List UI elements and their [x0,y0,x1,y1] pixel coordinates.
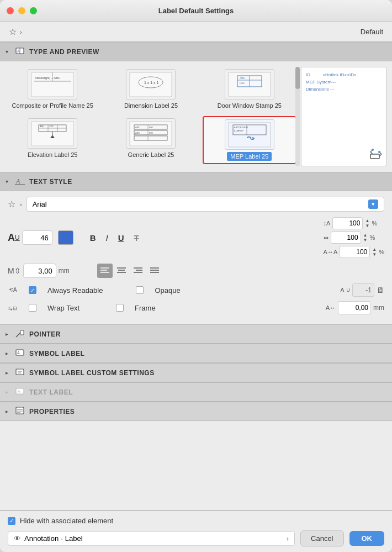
label-item-dimension[interactable]: 1 x 1 x 1 Dimension Label 25 [104,67,198,112]
preview-text: ID <Hotlink ID><ID> MEP System--- Dimens… [306,72,382,93]
label-thumb-composite: Abcdefghij – ABC [28,69,77,99]
pointer-section-icon [15,328,25,340]
align-left-button[interactable] [97,264,113,278]
scale-spacing-row: A↔A 100 ▲▼ % [324,246,384,258]
opaque-label: Opaque [155,286,180,295]
traffic-lights [7,7,37,14]
options-row-1: ⟲A Always Readable Opaque A U -1 🖥 [8,283,384,297]
preview-tool-icon[interactable] [369,146,383,162]
align-center-button[interactable] [114,264,129,278]
symbol-label-custom-chevron-icon: ▸ [6,370,8,376]
font-size-icon: A [8,232,15,244]
label-item-generic[interactable]: ABC 000 ABC 000 Generic Label 25 [104,116,198,164]
font-favorites-icon[interactable]: ☆ [8,199,15,209]
svg-text:ABC: ABC [40,125,44,128]
scale-height-input[interactable]: 100 [331,232,361,244]
annotation-arrow-icon: › [287,535,289,543]
text-style-section-header[interactable]: ▾ A TEXT STYLE [0,172,392,191]
svg-text:ABC: ABC [240,76,246,80]
pointer-title: POINTER [29,330,61,338]
label-preview-panel: ID <Hotlink ID><ID> MEP System--- Dimens… [301,67,386,166]
bold-button[interactable]: B [88,232,98,244]
strikethrough-button[interactable]: T [132,232,141,244]
label-thumb-elevation: ABC XYZ [28,118,77,149]
type-preview-section-icon: A [15,46,25,57]
pointer-section-header[interactable]: ▸ POINTER [0,324,392,344]
svg-text:Abcdefghij – ABC: Abcdefghij – ABC [35,76,61,80]
always-readable-checkbox[interactable] [29,286,36,294]
cancel-button[interactable]: Cancel [300,530,343,546]
baseline-input[interactable]: -1 [352,283,374,297]
svg-text:A: A [18,390,20,393]
font-dropdown-arrow-icon[interactable]: ▾ [368,199,378,209]
scale-height-icon: ⇔ [324,234,329,241]
font-breadcrumb-icon[interactable]: › [20,201,22,208]
label-item-door[interactable]: ABC DEF Door Window Stamp 25 [203,67,296,112]
scale-spacing-pct-label: % [379,249,384,255]
opaque-checkbox[interactable] [136,286,144,294]
svg-point-44 [372,149,374,151]
maximize-button[interactable] [30,7,37,14]
symbol-label-section-header[interactable]: ▸ A SYMBOL LABEL [0,344,392,363]
hide-checkbox[interactable] [8,517,15,525]
properties-section-icon [15,406,25,417]
wrap-text-label: Wrap Text [47,304,80,312]
wrap-text-checkbox[interactable] [29,304,36,312]
close-button[interactable] [7,7,14,14]
offset-group: A↔ 0,00 mm [326,301,384,314]
svg-text:1 x 1 x 1: 1 x 1 x 1 [144,81,159,85]
offset-input[interactable]: 0,00 [338,301,371,314]
label-name-door: Door Window Stamp 25 [218,102,282,109]
hide-row: Hide with associated element [8,517,384,525]
window-title: Label Default Settings [158,7,234,15]
font-size-input[interactable]: 46 [22,230,52,245]
label-thumb-generic: ABC 000 ABC 000 [126,118,176,149]
scale-spacing-input[interactable]: 100 [340,246,370,258]
annotation-selector[interactable]: 👁 Annotation - Label › [8,531,295,546]
svg-rect-68 [16,369,24,375]
scale-spacing-stepper[interactable]: ▲▼ [372,247,377,257]
ok-button[interactable]: OK [349,531,385,546]
underline-button[interactable]: U [116,232,126,244]
font-color-swatch[interactable] [58,230,73,245]
font-size-underline-icon: U [15,234,20,241]
symbol-label-chevron-icon: ▸ [6,350,8,356]
margin-group: M⇳ 3,00 mm [8,264,70,278]
annotation-eye-icon: 👁 [14,534,21,543]
align-justify-button[interactable] [147,264,162,278]
label-item-elevation[interactable]: ABC XYZ Elevation Label 25 [6,116,99,164]
wrap-text-icon: ⇋⊡ [8,302,18,314]
scale-width-input[interactable]: 100 [332,217,363,229]
type-preview-section-header[interactable]: ▾ A TYPE AND PREVIEW [0,42,392,61]
symbol-label-custom-section-icon [15,367,25,378]
svg-text:ABC: ABC [135,126,140,129]
symbol-label-custom-section-header[interactable]: ▸ SYMBOL LABEL CUSTOM SETTINGS [0,363,392,382]
minimize-button[interactable] [18,7,25,14]
svg-text:⇋⊡: ⇋⊡ [8,306,17,311]
scale-height-stepper[interactable]: ▲▼ [363,233,368,243]
frame-checkbox[interactable] [116,304,124,312]
favorites-star-icon[interactable]: ☆ [9,27,17,37]
breadcrumb-chevron-icon[interactable]: › [20,29,22,35]
titlebar: Label Default Settings [0,0,392,22]
scale-width-stepper[interactable]: ▲▼ [365,218,369,228]
offset-unit-label: mm [373,304,384,312]
text-label-section-icon: A [15,386,25,398]
margin-input[interactable]: 3,00 [23,264,56,278]
align-group [97,264,162,278]
properties-section-header[interactable]: ▸ PROPERTIES [0,402,392,421]
align-right-button[interactable] [130,264,146,278]
scale-height-row: ⇔ 100 ▲▼ % [324,232,384,244]
type-preview-content: Abcdefghij – ABC Composite or Profile Na… [0,61,392,172]
header-row: ☆ › Default [0,22,392,41]
properties-chevron-icon: ▸ [6,408,8,414]
font-size-group: A U 46 [8,230,52,245]
label-thumb-door: ABC DEF [225,69,274,99]
hide-label: Hide with associated element [20,517,113,525]
italic-button[interactable]: I [104,232,110,244]
font-selector[interactable]: Arial ▾ [27,197,384,212]
label-item-mep[interactable]: ABCDEFGHIJ KLMNOP MEP Label 25 [203,116,296,164]
label-item-composite[interactable]: Abcdefghij – ABC Composite or Profile Na… [6,67,99,112]
bottom-area: Hide with associated element 👁 Annotatio… [0,511,392,552]
svg-text:A: A [17,351,20,355]
